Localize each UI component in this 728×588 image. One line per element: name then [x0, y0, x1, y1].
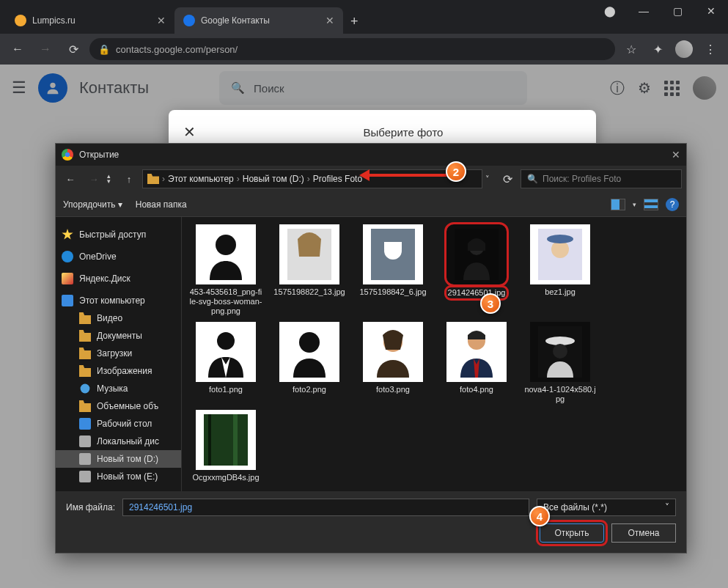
file-item[interactable]: 453-4535618_png-file-svg-boss-woman-png.… — [189, 224, 262, 316]
back-button[interactable]: ← — [6, 37, 29, 61]
folder-icon — [79, 348, 91, 359]
svg-point-11 — [547, 235, 573, 243]
organize-button[interactable]: Упорядочить ▾ — [63, 199, 122, 210]
up-button[interactable]: ↑ — [119, 169, 139, 189]
folder-icon — [79, 312, 91, 324]
thumbnail — [196, 224, 256, 284]
sidebar-item[interactable]: Музыка — [56, 380, 181, 397]
file-name: OcgxxmgDB4s.jpg — [192, 473, 259, 482]
address-bar[interactable]: 🔒 contacts.google.com/person/ — [89, 38, 615, 60]
thumbnail — [530, 224, 590, 284]
close-icon[interactable]: ✕ — [169, 123, 210, 141]
menu-icon[interactable]: ⋮ — [699, 37, 722, 61]
file-item[interactable]: foto4.png — [440, 322, 513, 404]
profile-avatar[interactable] — [672, 37, 696, 61]
file-item[interactable]: 2914246501.jpg — [440, 224, 513, 316]
file-item[interactable]: 1575198822_13.jpg — [273, 224, 346, 316]
search-placeholder: Поиск — [254, 82, 284, 95]
thumbnail — [530, 322, 590, 382]
reload-button[interactable]: ⟳ — [62, 37, 85, 61]
sidebar-item-label: Этот компьютер — [79, 295, 145, 306]
filename-input[interactable] — [122, 499, 529, 516]
annotation-badge-4: 4 — [529, 506, 550, 526]
window-button[interactable]: ⬤ — [593, 0, 627, 22]
view-thumbnails-icon[interactable] — [611, 199, 625, 210]
tab-contacts[interactable]: Google Контакты ✕ — [174, 7, 343, 34]
new-tab-button[interactable]: + — [343, 14, 366, 29]
sidebar-item[interactable]: Видео — [56, 309, 181, 327]
refresh-button[interactable]: ⟳ — [497, 169, 518, 188]
modal-title: Выберите фото — [210, 126, 596, 139]
sidebar-item[interactable]: Быстрый доступ — [56, 226, 181, 243]
apps-icon[interactable] — [664, 81, 680, 96]
sidebar-item-label: Объемные объ — [97, 401, 158, 411]
dialog-titlebar[interactable]: Открытие ✕ — [56, 144, 686, 166]
back-button[interactable]: ← — [60, 169, 81, 189]
search-placeholder: Поиск: Profiles Foto — [543, 174, 621, 184]
bookmark-icon[interactable]: ☆ — [619, 37, 643, 61]
annotation-badge-2: 2 — [446, 161, 466, 182]
minimize-button[interactable]: — — [627, 0, 661, 22]
thumbnail — [446, 224, 507, 284]
sidebar-item[interactable]: Новый том (E:) — [56, 468, 181, 485]
view-details-icon[interactable] — [644, 199, 658, 210]
menu-icon[interactable]: ☰ — [12, 78, 26, 98]
contacts-header: ☰ Контакты 🔍 Поиск ⓘ ⚙ — [0, 65, 728, 111]
music-icon — [79, 383, 91, 394]
disk-icon — [79, 453, 91, 465]
extensions-icon[interactable]: ✦ — [646, 37, 669, 61]
sidebar-item[interactable]: Загрузки — [56, 345, 181, 362]
help-icon[interactable]: ? — [666, 198, 679, 211]
breadcrumb-item[interactable]: Profiles Foto — [313, 174, 362, 184]
sidebar-item[interactable]: Объемные объ — [56, 397, 181, 415]
sidebar-item[interactable]: Рабочий стол — [56, 415, 181, 433]
sidebar-item[interactable]: Яндекс.Диск — [56, 270, 181, 287]
search-input[interactable]: 🔍 Поиск — [219, 71, 527, 105]
sidebar-item[interactable]: Локальный дис — [56, 433, 181, 450]
sidebar-item-label: Музыка — [97, 383, 128, 394]
file-grid: 453-4535618_png-file-svg-boss-woman-png.… — [182, 217, 686, 491]
sidebar-item[interactable]: Документы — [56, 327, 181, 345]
file-item[interactable]: foto2.png — [273, 322, 346, 404]
file-item[interactable]: foto1.png — [189, 322, 262, 404]
forward-button[interactable]: → — [34, 37, 57, 61]
sidebar-item-label: Документы — [97, 331, 142, 341]
file-name: foto2.png — [293, 385, 326, 394]
filename-label: Имя файла: — [66, 502, 115, 512]
svg-rect-20 — [208, 414, 211, 466]
svg-point-12 — [217, 332, 235, 350]
sidebar-item-label: Изображения — [97, 366, 152, 376]
help-icon[interactable]: ⓘ — [610, 78, 625, 98]
settings-icon[interactable]: ⚙ — [638, 79, 651, 97]
cancel-button[interactable]: Отмена — [611, 523, 676, 543]
maximize-button[interactable]: ▢ — [661, 0, 694, 22]
close-button[interactable]: ✕ — [694, 0, 728, 22]
file-item[interactable]: 1575198842_6.jpg — [356, 224, 430, 316]
forward-button[interactable]: → — [84, 169, 104, 189]
filetype-select[interactable]: Все файлы (*.*)˅ — [537, 499, 676, 516]
sidebar-item[interactable]: Изображения — [56, 362, 181, 380]
file-item[interactable]: nova4-1-1024x580.jpg — [523, 322, 597, 404]
file-open-dialog: Открытие ✕ ← → ▴▾ ↑ › Этот компьютер › Н… — [55, 143, 687, 554]
file-item[interactable]: OcgxxmgDB4s.jpg — [189, 410, 262, 482]
file-item[interactable]: bez1.jpg — [523, 224, 597, 316]
close-icon[interactable]: ✕ — [326, 15, 334, 26]
open-button[interactable]: Открыть — [540, 523, 604, 543]
thumbnail — [279, 322, 339, 382]
sidebar-item[interactable]: Этот компьютер — [56, 292, 181, 309]
tab-lumpics[interactable]: Lumpics.ru ✕ — [6, 7, 174, 34]
history-dropdown[interactable]: ▴▾ — [107, 174, 116, 184]
lock-icon: 🔒 — [98, 44, 110, 55]
close-icon[interactable]: ✕ — [157, 15, 166, 26]
new-folder-button[interactable]: Новая папка — [136, 199, 187, 210]
breadcrumb-item[interactable]: Новый том (D:) — [243, 174, 304, 184]
sidebar-item[interactable]: Новый том (D:) — [56, 450, 181, 468]
account-avatar[interactable] — [693, 76, 716, 100]
close-icon[interactable]: ✕ — [672, 149, 680, 161]
file-item[interactable]: foto3.png — [356, 322, 430, 404]
svg-point-0 — [50, 83, 55, 88]
dialog-toolbar: Упорядочить ▾ Новая папка ▾ ? — [56, 192, 686, 217]
breadcrumb-item[interactable]: Этот компьютер — [168, 174, 234, 184]
sidebar-item[interactable]: OneDrive — [56, 248, 181, 265]
search-input[interactable]: 🔍 Поиск: Profiles Foto — [521, 169, 682, 188]
